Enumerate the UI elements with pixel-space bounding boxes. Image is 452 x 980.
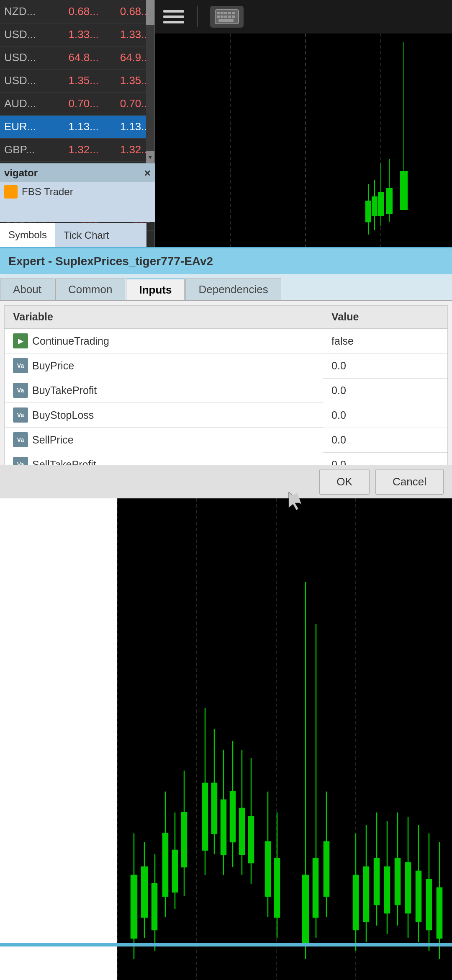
svg-rect-57 (275, 859, 280, 917)
tab-about[interactable]: About (0, 279, 54, 300)
symbol-bid-2: 64.8... (51, 46, 103, 69)
symbol-bid-4: 0.70... (51, 92, 103, 115)
svg-rect-47 (221, 800, 226, 854)
svg-rect-29 (0, 498, 117, 980)
keyboard-button[interactable] (210, 6, 244, 28)
svg-rect-39 (172, 850, 177, 892)
symbol-bid-3: 1.35... (51, 69, 103, 92)
cancel-button[interactable]: Cancel (375, 469, 444, 495)
svg-rect-4 (228, 12, 231, 14)
svg-rect-8 (224, 15, 227, 18)
svg-rect-71 (385, 867, 390, 913)
variable-value-4[interactable]: 0.0 (323, 428, 447, 452)
top-chart-area (155, 34, 452, 247)
svg-rect-79 (426, 879, 431, 930)
var-icon-3: Va (13, 407, 28, 423)
svg-rect-61 (313, 859, 318, 917)
symbol-row-1[interactable]: USD... 1.33... 1.33... (0, 23, 154, 46)
variable-row-4[interactable]: Va SellPrice 0.0 (5, 428, 447, 452)
variable-value-1[interactable]: 0.0 (323, 353, 447, 378)
tab-tick-chart[interactable]: Tick Chart (55, 223, 117, 247)
variable-value-3[interactable]: 0.0 (323, 403, 447, 428)
symbol-bid-0: 0.68... (51, 0, 103, 23)
symbol-name-1: USD... (0, 23, 51, 46)
svg-rect-43 (203, 783, 208, 850)
symbols-tabs: Symbols Tick Chart (0, 223, 146, 247)
col-variable-header: Variable (5, 306, 323, 328)
svg-rect-22 (372, 197, 377, 216)
variables-table: Variable Value ▶ ContinueTrading false V… (5, 306, 447, 490)
variable-value-2[interactable]: 0.0 (323, 378, 447, 403)
hamburger-line-1 (163, 10, 184, 13)
navigator-title: vigator (4, 167, 38, 179)
symbol-row-6[interactable]: GBP... 1.32... 1.32... (0, 138, 154, 161)
navigator-item-fbs[interactable]: FBS Trader (0, 182, 155, 202)
svg-rect-63 (324, 842, 329, 896)
svg-rect-45 (212, 783, 217, 833)
variable-row-1[interactable]: Va BuyPrice 0.0 (5, 353, 447, 378)
col-value-header: Value (323, 306, 447, 328)
variable-name-3: BuyStopLoss (32, 409, 94, 421)
variable-value-0[interactable]: false (323, 328, 447, 353)
symbol-name-6: GBP... (0, 138, 51, 161)
variable-name-cell-0: ▶ ContinueTrading (5, 329, 323, 353)
bottom-chart-svg (0, 498, 452, 980)
var-icon-4: Va (13, 432, 28, 447)
tab-common[interactable]: Common (55, 279, 125, 300)
hamburger-menu-button[interactable] (163, 10, 184, 23)
svg-rect-3 (224, 12, 227, 14)
svg-rect-6 (217, 15, 220, 18)
svg-rect-31 (131, 875, 137, 938)
symbol-row-2[interactable]: USD... 64.8... 64.9... (0, 46, 154, 69)
svg-rect-65 (353, 875, 358, 930)
variable-name-2: BuyTakeProfit (32, 384, 97, 397)
tab-symbols[interactable]: Symbols (0, 223, 55, 247)
svg-rect-69 (374, 859, 379, 905)
symbol-row-4[interactable]: AUD... 0.70... 0.70... (0, 92, 154, 115)
variable-name-1: BuyPrice (32, 360, 74, 372)
expert-dialog: Expert - SuplexPrices_tiger777-EAv2 Abou… (0, 247, 452, 498)
ok-button[interactable]: OK (319, 469, 370, 495)
symbol-bid-5: 1.13... (51, 115, 103, 138)
bottom-chart-area (0, 498, 452, 980)
variable-row-3[interactable]: Va BuyStopLoss 0.0 (5, 403, 447, 428)
top-toolbar (155, 0, 452, 34)
var-icon-2: Va (13, 383, 28, 398)
tab-dependencies[interactable]: Dependencies (185, 279, 281, 300)
symbol-row-3[interactable]: USD... 1.35... 1.35... (0, 69, 154, 92)
svg-rect-51 (239, 808, 244, 854)
symbol-name-4: AUD... (0, 92, 51, 115)
navigator-close-button[interactable]: × (144, 167, 151, 180)
navigator-item-label: FBS Trader (22, 186, 73, 198)
hamburger-line-2 (163, 15, 184, 18)
variable-row-0[interactable]: ▶ ContinueTrading false (5, 328, 447, 353)
keyboard-icon-svg (214, 9, 239, 25)
variable-row-2[interactable]: Va BuyTakeProfit 0.0 (5, 378, 447, 403)
symbol-row-0[interactable]: NZD... 0.68... 0.68... (0, 0, 154, 23)
svg-rect-9 (228, 15, 231, 18)
svg-rect-33 (141, 867, 147, 917)
fbs-trader-icon (4, 185, 18, 199)
svg-rect-77 (416, 871, 421, 921)
top-chart-svg (155, 34, 452, 247)
variable-name-cell-4: Va SellPrice (5, 428, 323, 452)
svg-rect-81 (437, 888, 442, 938)
symbol-bid-6: 1.32... (51, 138, 103, 161)
scrollbar[interactable]: ▼ (146, 0, 154, 163)
svg-rect-5 (232, 12, 235, 14)
scroll-down-button[interactable]: ▼ (146, 151, 154, 163)
svg-rect-55 (265, 842, 270, 896)
top-section: NZD... 0.68... 0.68... USD... 1.33... 1.… (0, 0, 452, 247)
dialog-title: Expert - SuplexPrices_tiger777-EAv2 (8, 255, 213, 268)
dialog-footer: OK Cancel (0, 465, 452, 498)
dialog-title-bar: Expert - SuplexPrices_tiger777-EAv2 (0, 248, 452, 274)
variable-name-cell-3: Va BuyStopLoss (5, 403, 323, 428)
scroll-thumb[interactable] (146, 0, 154, 25)
tab-inputs[interactable]: Inputs (126, 279, 185, 300)
navigator-header: vigator × (0, 164, 155, 182)
variable-name-cell-2: Va BuyTakeProfit (5, 378, 323, 403)
variable-name-4: SellPrice (32, 434, 74, 446)
var-icon-0: ▶ (13, 333, 28, 348)
symbol-row-5[interactable]: EUR... 1.13... 1.13... (0, 115, 154, 138)
svg-rect-75 (406, 863, 411, 913)
